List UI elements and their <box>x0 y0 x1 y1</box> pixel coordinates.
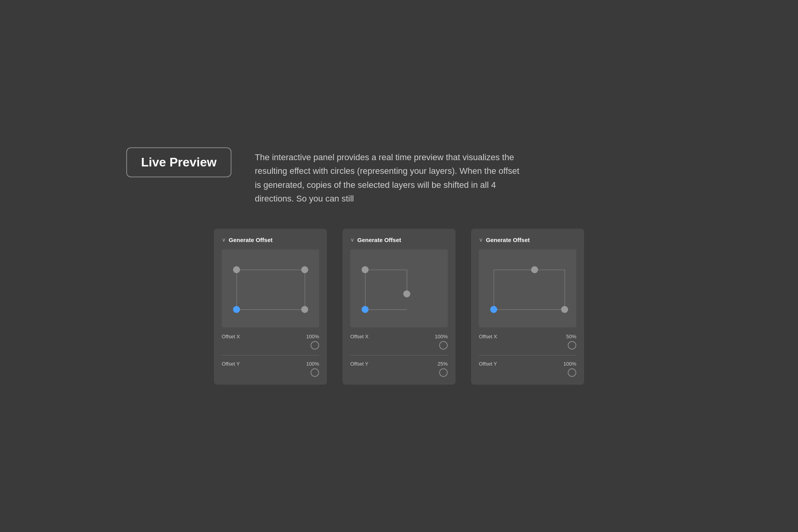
header-section: Live Preview The interactive panel provi… <box>126 147 672 205</box>
panel-3-offset-y-label: Offset Y <box>479 361 497 367</box>
panel-2-fields: Offset X 100% Offset Y 25% <box>350 334 448 377</box>
panel-1-offset-y-label: Offset Y <box>222 361 240 367</box>
panel-1-offset-x-value: 100% <box>306 334 319 339</box>
panel-3-offset-x-row: Offset X 50% <box>479 334 576 350</box>
panel-3-offset-y-dial[interactable] <box>568 368 576 377</box>
panel-3-fields: Offset X 50% Offset Y 100% <box>479 334 576 377</box>
panel-2-offset-x-value: 100% <box>435 334 448 339</box>
chevron-icon-2: ∨ <box>350 237 354 243</box>
panel-2-offset-x-label: Offset X <box>350 334 369 339</box>
panel-2-divider <box>350 355 448 355</box>
panel-2: ∨ Generate Offset <box>343 229 455 385</box>
main-content: Live Preview The interactive panel provi… <box>126 147 672 385</box>
live-preview-label: Live Preview <box>141 155 217 170</box>
panel-3-offset-x-dial[interactable] <box>568 341 576 350</box>
panel-1: ∨ Generate Offset <box>214 229 327 385</box>
panel-2-offset-y-dial[interactable] <box>439 368 448 377</box>
panel-1-offset-x-row: Offset X 100% <box>222 334 319 350</box>
panel-2-offset-y-row: Offset Y 25% <box>350 361 448 377</box>
panel-1-offset-y-value: 100% <box>306 361 319 367</box>
panel-2-offset-y-value: 25% <box>438 361 448 367</box>
panel-2-header: ∨ Generate Offset <box>350 237 448 243</box>
panel-1-fields: Offset X 100% Offset Y 100% <box>222 334 319 377</box>
panel-2-title: Generate Offset <box>357 237 401 243</box>
panel-2-offset-x-row: Offset X 100% <box>350 334 448 350</box>
panel-1-offset-x-dial[interactable] <box>311 341 319 350</box>
panel-1-header: ∨ Generate Offset <box>222 237 319 243</box>
panel-3-offset-y-value: 100% <box>563 361 576 367</box>
panels-section: ∨ Generate Offset <box>126 229 672 385</box>
panel-1-offset-y-row: Offset Y 100% <box>222 361 319 377</box>
panel-2-offset-y-label: Offset Y <box>350 361 369 367</box>
chevron-icon-3: ∨ <box>479 237 483 243</box>
panel-2-offset-x-dial[interactable] <box>439 341 448 350</box>
live-preview-badge: Live Preview <box>126 147 231 177</box>
panel-1-offset-y-dial[interactable] <box>311 368 319 377</box>
panel-1-canvas <box>222 249 319 327</box>
panel-1-title: Generate Offset <box>229 237 273 243</box>
description-text: The interactive panel provides a real ti… <box>255 147 528 205</box>
panel-3-title: Generate Offset <box>486 237 530 243</box>
panel-1-offset-x-label: Offset X <box>222 334 240 339</box>
panel-3-offset-y-row: Offset Y 100% <box>479 361 576 377</box>
panel-3-offset-x-value: 50% <box>566 334 576 339</box>
chevron-icon: ∨ <box>222 237 226 243</box>
panel-1-divider <box>222 355 319 355</box>
panel-3-divider <box>479 355 576 355</box>
panel-3-canvas <box>479 249 576 327</box>
panel-3-header: ∨ Generate Offset <box>479 237 576 243</box>
panel-2-canvas <box>350 249 448 327</box>
panel-3-offset-x-label: Offset X <box>479 334 497 339</box>
panel-3: ∨ Generate Offset <box>471 229 584 385</box>
